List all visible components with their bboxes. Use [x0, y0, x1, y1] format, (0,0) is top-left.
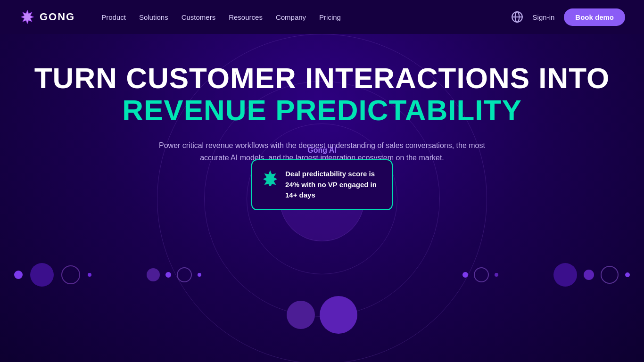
dot-13 — [584, 270, 594, 280]
hero-content: TURN CUSTOMER INTERACTIONS INTO REVENUE … — [34, 34, 610, 164]
dot-12 — [553, 263, 577, 287]
nav-company[interactable]: Company — [276, 13, 306, 21]
nav-resources[interactable]: Resources — [229, 13, 263, 21]
nav-solutions[interactable]: Solutions — [139, 13, 168, 21]
dot-7 — [177, 267, 192, 282]
dot-14 — [601, 266, 619, 284]
logo-icon — [19, 8, 36, 25]
hero-title-line1: TURN CUSTOMER INTERACTIONS INTO — [34, 62, 610, 94]
dot-4 — [88, 273, 91, 277]
dot-3 — [61, 265, 80, 284]
nav-links: Product Solutions Customers Resources Co… — [101, 13, 495, 21]
logo[interactable]: GONG — [19, 8, 75, 25]
nav-customers[interactable]: Customers — [182, 13, 216, 21]
globe-icon[interactable] — [511, 11, 523, 23]
dot-5 — [147, 268, 160, 281]
gong-ai-section: Gong AI Deal predictability score is 24%… — [247, 146, 397, 210]
card-deal-text: Deal predictability score is 24% with no… — [285, 169, 382, 201]
nav-right: Sign-in Book demo — [511, 8, 625, 26]
dot-1 — [14, 271, 23, 279]
logo-text: GONG — [40, 11, 75, 23]
predictability-icon — [262, 169, 279, 186]
dots-row — [0, 263, 644, 287]
hero-section: TURN CUSTOMER INTERACTIONS INTO REVENUE … — [0, 0, 644, 362]
bottom-blobs — [287, 301, 357, 334]
blob-2 — [320, 296, 357, 334]
dot-9 — [462, 272, 468, 278]
dot-8 — [198, 273, 201, 277]
nav-pricing[interactable]: Pricing — [319, 13, 341, 21]
blob-1 — [287, 301, 315, 329]
dot-10 — [474, 267, 489, 282]
sign-in-link[interactable]: Sign-in — [533, 13, 555, 21]
gong-ai-card: Deal predictability score is 24% with no… — [251, 159, 393, 210]
hero-title-line2: REVENUE PREDICTABILITY — [122, 94, 522, 126]
dot-6 — [165, 272, 171, 278]
nav-product[interactable]: Product — [101, 13, 126, 21]
dot-15 — [625, 272, 630, 277]
gong-ai-label: Gong AI — [307, 146, 337, 155]
navbar: GONG Product Solutions Customers Resourc… — [0, 0, 644, 34]
book-demo-button[interactable]: Book demo — [564, 8, 625, 26]
dot-2 — [30, 263, 54, 287]
dot-11 — [495, 273, 498, 277]
